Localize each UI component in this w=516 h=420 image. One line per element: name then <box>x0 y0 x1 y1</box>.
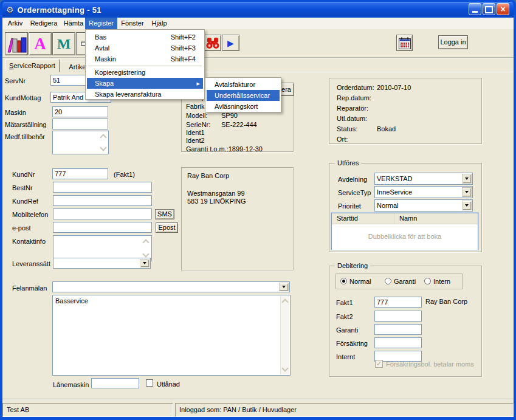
scroll-down-icon[interactable] <box>281 365 288 371</box>
booking-table[interactable]: Starttid Namn Dubbelklicka för att boka <box>331 213 478 250</box>
caret-down-icon <box>465 191 469 193</box>
maskin-input[interactable]: 20 <box>52 106 108 117</box>
binoculars-icon <box>205 37 220 49</box>
radio-garanti[interactable] <box>385 278 391 284</box>
moms-checkbox[interactable]: ✓ <box>375 360 383 368</box>
dropdown-button[interactable] <box>140 259 150 267</box>
garanti-input[interactable] <box>374 324 422 335</box>
fakt1-input[interactable]: 777 <box>374 297 422 308</box>
scroll-up-icon[interactable] <box>142 239 149 246</box>
menu-separator <box>88 66 202 66</box>
menuitem-maskin[interactable]: Maskin Shift+F4 <box>87 53 203 64</box>
servnr-label: ServNr <box>5 77 26 84</box>
books-icon <box>6 34 27 53</box>
submenuitem-avlasningskort[interactable]: Avläsningskort <box>207 101 280 112</box>
login-button[interactable]: Logga in <box>438 35 468 49</box>
maximize-button[interactable] <box>483 3 495 15</box>
titlebar[interactable]: ⚙ Ordermottagning - 51 <box>2 2 514 18</box>
submenuitem-avtalsfakturor[interactable]: Avtalsfakturor <box>207 79 280 90</box>
order-row: Ort: <box>337 135 478 144</box>
machine-row: Ident1 <box>186 128 291 137</box>
forsakring-input[interactable] <box>374 337 422 348</box>
mobiltelefon-input[interactable] <box>53 208 152 219</box>
close-icon: × <box>500 5 505 13</box>
address-line <box>187 181 293 190</box>
submenuitem-underhallsservicar[interactable]: Underhållsservicar <box>207 90 280 101</box>
booking-placeholder: Dubbelklicka för att boka <box>332 233 478 240</box>
bestnr-input[interactable] <box>53 182 152 193</box>
menu-arkiv[interactable]: Arkiv <box>4 18 27 29</box>
medftillbehor-textarea[interactable] <box>52 131 109 154</box>
menuitem-skapa-leveransfaktura[interactable]: Skapa leveransfaktura <box>87 89 203 100</box>
minimize-button[interactable] <box>469 3 481 15</box>
address-line: 583 19 LINÖKPING <box>187 198 293 205</box>
prioritet-label: Prioritet <box>338 202 361 210</box>
scroll-up-icon[interactable] <box>100 134 106 140</box>
letter-a-toolbar-button[interactable]: A <box>29 32 52 55</box>
bestnr-label: BestNr <box>12 184 33 191</box>
address-line: Westmansgatan 99 <box>187 190 293 198</box>
felanmalan-textarea[interactable]: Basservice <box>52 295 291 376</box>
sms-button[interactable]: SMS <box>155 209 174 219</box>
kundref-input[interactable] <box>53 195 152 206</box>
fakt2-label: Fakt2 <box>336 313 353 320</box>
menu-fonster[interactable]: Fönster <box>118 18 147 29</box>
menu-redigera[interactable]: Redigera <box>27 18 60 29</box>
dropdown-button[interactable] <box>462 174 472 184</box>
next-toolbar-button[interactable]: ▶ <box>222 35 239 51</box>
kundnr-input[interactable]: 777 <box>52 168 108 179</box>
dropdown-button[interactable] <box>279 283 289 291</box>
menu-register[interactable]: Register <box>85 18 117 29</box>
lanemaskin-input[interactable] <box>91 378 139 388</box>
menuitem-skapa[interactable]: Skapa ▶ <box>87 78 203 89</box>
booking-table-body[interactable]: Dubbelklicka för att boka <box>332 224 478 250</box>
epost-input[interactable] <box>53 222 152 233</box>
epost-button[interactable]: Epost <box>156 222 178 233</box>
prioritet-combo[interactable]: Normal <box>374 199 473 212</box>
avdelning-combo[interactable]: VERKSTAD <box>374 173 473 185</box>
letter-a-icon: A <box>34 35 46 53</box>
submenu-arrow-icon: ▶ <box>197 81 200 86</box>
scroll-up-icon[interactable] <box>281 298 288 305</box>
forsakring-label: Försäkring <box>336 340 368 347</box>
matarstallning-input[interactable] <box>52 119 108 129</box>
dropdown-button[interactable] <box>462 201 472 210</box>
felanmalan-combo[interactable] <box>52 281 290 292</box>
books-toolbar-button[interactable] <box>5 32 28 55</box>
leveranssatt-combo[interactable] <box>53 258 151 269</box>
radio-intern[interactable] <box>424 278 431 284</box>
letter-m-toolbar-button[interactable]: M <box>52 32 75 55</box>
menubar: Arkiv Redigera Hämta Register Fönster Hj… <box>2 18 514 29</box>
scrollbar[interactable] <box>280 296 289 374</box>
caret-down-icon <box>465 177 469 180</box>
avdelning-value: VERKSTAD <box>377 175 412 182</box>
dropdown-button[interactable] <box>462 187 472 197</box>
maskin-label: Maskin <box>5 109 26 116</box>
radio-normal[interactable] <box>340 278 347 284</box>
fakt2-input[interactable] <box>374 311 422 322</box>
caret-down-icon <box>282 286 286 288</box>
utlanad-label: Utlånad <box>157 380 180 388</box>
toolbar-separator-highlight <box>2 58 514 58</box>
menuitem-avtal[interactable]: Avtal Shift+F3 <box>87 43 203 53</box>
scroll-down-icon[interactable] <box>100 144 106 151</box>
booking-table-header: Starttid Namn <box>332 213 478 224</box>
calendar-toolbar-button[interactable] <box>396 35 413 51</box>
servicetyp-combo[interactable]: InneService <box>374 186 473 198</box>
column-namn: Namn <box>394 213 417 224</box>
felanmalan-text: Basservice <box>55 297 88 305</box>
utlanad-checkbox[interactable] <box>146 379 153 387</box>
menu-hamta[interactable]: Hämta <box>61 18 86 29</box>
caret-down-icon <box>465 204 469 207</box>
search-toolbar-button[interactable] <box>204 35 221 51</box>
epost-label: e-post <box>12 224 31 232</box>
machine-row: SerieNr:SE-222-444 <box>186 120 291 129</box>
menuitem-kopieregistrering[interactable]: Kopieregistrering <box>87 67 203 78</box>
caret-down-icon <box>143 262 146 264</box>
close-button[interactable]: × <box>497 3 509 15</box>
menuitem-bas[interactable]: Bas Shift+F2 <box>87 32 203 43</box>
scroll-down-icon[interactable] <box>142 250 149 257</box>
menu-hjalp[interactable]: Hjälp <box>148 18 171 29</box>
kontaktinfo-label: Kontaktinfo <box>12 238 46 245</box>
tab-servicerapport[interactable]: ServiceRapport <box>5 59 60 72</box>
